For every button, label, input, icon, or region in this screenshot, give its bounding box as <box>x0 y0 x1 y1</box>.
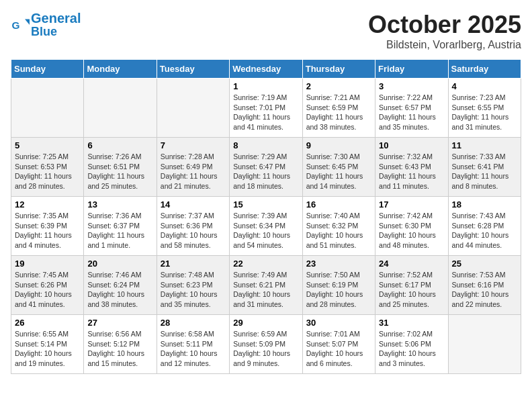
day-number: 9 <box>306 140 371 150</box>
calendar-cell: 30Sunrise: 7:01 AMSunset: 5:07 PMDayligh… <box>302 315 375 374</box>
calendar-header: SundayMondayTuesdayWednesdayThursdayFrid… <box>11 60 521 79</box>
day-info: Sunrise: 6:55 AMSunset: 5:14 PMDaylight:… <box>15 329 80 369</box>
day-info: Sunrise: 7:23 AMSunset: 6:55 PMDaylight:… <box>452 93 517 132</box>
calendar-cell: 21Sunrise: 7:48 AMSunset: 6:23 PMDayligh… <box>157 256 229 315</box>
calendar-cell: 10Sunrise: 7:32 AMSunset: 6:43 PMDayligh… <box>375 138 448 197</box>
day-info: Sunrise: 7:35 AMSunset: 6:39 PMDaylight:… <box>15 211 80 250</box>
day-info: Sunrise: 7:52 AMSunset: 6:17 PMDaylight:… <box>379 270 444 310</box>
day-number: 3 <box>379 81 444 91</box>
day-number: 18 <box>452 199 517 210</box>
day-number: 5 <box>15 140 80 150</box>
calendar-cell: 16Sunrise: 7:40 AMSunset: 6:32 PMDayligh… <box>302 197 375 256</box>
day-info: Sunrise: 7:29 AMSunset: 6:47 PMDaylight:… <box>233 152 298 191</box>
calendar-cell: 1Sunrise: 7:19 AMSunset: 7:01 PMDaylight… <box>230 79 302 138</box>
day-info: Sunrise: 6:59 AMSunset: 5:09 PMDaylight:… <box>233 329 298 369</box>
day-info: Sunrise: 7:50 AMSunset: 6:19 PMDaylight:… <box>306 270 371 310</box>
day-number: 22 <box>233 259 298 269</box>
calendar-cell: 31Sunrise: 7:02 AMSunset: 5:06 PMDayligh… <box>375 315 448 374</box>
location: Bildstein, Vorarlberg, Austria <box>368 39 521 51</box>
day-number: 28 <box>161 318 226 328</box>
day-info: Sunrise: 7:43 AMSunset: 6:28 PMDaylight:… <box>452 211 517 250</box>
calendar-cell: 19Sunrise: 7:45 AMSunset: 6:26 PMDayligh… <box>11 256 84 315</box>
day-info: Sunrise: 7:46 AMSunset: 6:24 PMDaylight:… <box>87 270 152 310</box>
day-info: Sunrise: 7:36 AMSunset: 6:37 PMDaylight:… <box>87 211 152 250</box>
day-info: Sunrise: 7:40 AMSunset: 6:32 PMDaylight:… <box>306 211 371 250</box>
calendar-cell: 5Sunrise: 7:25 AMSunset: 6:53 PMDaylight… <box>11 138 84 197</box>
day-info: Sunrise: 7:33 AMSunset: 6:41 PMDaylight:… <box>452 152 517 191</box>
day-number: 15 <box>233 199 298 210</box>
day-info: Sunrise: 7:53 AMSunset: 6:16 PMDaylight:… <box>452 270 517 310</box>
svg-marker-1 <box>25 19 30 24</box>
day-number: 11 <box>452 140 517 150</box>
day-number: 10 <box>379 140 444 150</box>
day-number: 13 <box>87 199 152 210</box>
calendar-cell: 18Sunrise: 7:43 AMSunset: 6:28 PMDayligh… <box>448 197 521 256</box>
logo-blue: Blue <box>31 26 81 39</box>
day-number: 26 <box>15 318 80 328</box>
day-number: 2 <box>306 81 371 91</box>
calendar-cell: 15Sunrise: 7:39 AMSunset: 6:34 PMDayligh… <box>230 197 302 256</box>
logo: G General Blue <box>11 11 81 39</box>
day-info: Sunrise: 7:39 AMSunset: 6:34 PMDaylight:… <box>233 211 298 250</box>
calendar-cell: 17Sunrise: 7:42 AMSunset: 6:30 PMDayligh… <box>375 197 448 256</box>
calendar-cell: 24Sunrise: 7:52 AMSunset: 6:17 PMDayligh… <box>375 256 448 315</box>
calendar-cell: 27Sunrise: 6:56 AMSunset: 5:12 PMDayligh… <box>84 315 157 374</box>
day-number: 24 <box>379 259 444 269</box>
month-title: October 2025 <box>368 11 521 39</box>
weekday-header-tuesday: Tuesday <box>157 60 229 79</box>
day-info: Sunrise: 7:37 AMSunset: 6:36 PMDaylight:… <box>161 211 226 250</box>
svg-text:G: G <box>11 19 19 30</box>
day-info: Sunrise: 7:22 AMSunset: 6:57 PMDaylight:… <box>379 93 444 132</box>
day-info: Sunrise: 7:02 AMSunset: 5:06 PMDaylight:… <box>379 329 444 369</box>
calendar-cell: 9Sunrise: 7:30 AMSunset: 6:45 PMDaylight… <box>302 138 375 197</box>
page-header: G General Blue October 2025 Bildstein, V… <box>11 11 521 51</box>
calendar-cell: 6Sunrise: 7:26 AMSunset: 6:51 PMDaylight… <box>84 138 157 197</box>
day-info: Sunrise: 6:56 AMSunset: 5:12 PMDaylight:… <box>87 329 152 369</box>
calendar-cell: 7Sunrise: 7:28 AMSunset: 6:49 PMDaylight… <box>157 138 229 197</box>
weekday-header-sunday: Sunday <box>11 60 84 79</box>
day-number: 1 <box>233 81 298 91</box>
day-info: Sunrise: 7:48 AMSunset: 6:23 PMDaylight:… <box>161 270 226 310</box>
day-number: 19 <box>15 259 80 269</box>
day-number: 16 <box>306 199 371 210</box>
day-number: 30 <box>306 318 371 328</box>
day-number: 4 <box>452 81 517 91</box>
day-info: Sunrise: 7:01 AMSunset: 5:07 PMDaylight:… <box>306 329 371 369</box>
day-number: 20 <box>87 259 152 269</box>
calendar-cell <box>157 79 229 138</box>
day-number: 14 <box>161 199 226 210</box>
day-info: Sunrise: 6:58 AMSunset: 5:11 PMDaylight:… <box>161 329 226 369</box>
day-number: 23 <box>306 259 371 269</box>
day-number: 8 <box>233 140 298 150</box>
title-block: October 2025 Bildstein, Vorarlberg, Aust… <box>368 11 521 51</box>
calendar-cell: 14Sunrise: 7:37 AMSunset: 6:36 PMDayligh… <box>157 197 229 256</box>
calendar-cell: 23Sunrise: 7:50 AMSunset: 6:19 PMDayligh… <box>302 256 375 315</box>
calendar-cell: 22Sunrise: 7:49 AMSunset: 6:21 PMDayligh… <box>230 256 302 315</box>
weekday-header-wednesday: Wednesday <box>230 60 302 79</box>
day-info: Sunrise: 7:42 AMSunset: 6:30 PMDaylight:… <box>379 211 444 250</box>
calendar-cell <box>11 79 84 138</box>
weekday-header-thursday: Thursday <box>302 60 375 79</box>
day-info: Sunrise: 7:21 AMSunset: 6:59 PMDaylight:… <box>306 93 371 132</box>
weekday-header-monday: Monday <box>84 60 157 79</box>
logo-general: General <box>31 11 81 26</box>
day-info: Sunrise: 7:32 AMSunset: 6:43 PMDaylight:… <box>379 152 444 191</box>
weekday-header-friday: Friday <box>375 60 448 79</box>
calendar-cell: 3Sunrise: 7:22 AMSunset: 6:57 PMDaylight… <box>375 79 448 138</box>
weekday-header-saturday: Saturday <box>448 60 521 79</box>
logo-icon: G <box>11 15 30 34</box>
day-number: 6 <box>87 140 152 150</box>
day-info: Sunrise: 7:30 AMSunset: 6:45 PMDaylight:… <box>306 152 371 191</box>
calendar-cell: 29Sunrise: 6:59 AMSunset: 5:09 PMDayligh… <box>230 315 302 374</box>
calendar-cell: 4Sunrise: 7:23 AMSunset: 6:55 PMDaylight… <box>448 79 521 138</box>
calendar-cell: 13Sunrise: 7:36 AMSunset: 6:37 PMDayligh… <box>84 197 157 256</box>
calendar-cell: 8Sunrise: 7:29 AMSunset: 6:47 PMDaylight… <box>230 138 302 197</box>
day-number: 12 <box>15 199 80 210</box>
day-info: Sunrise: 7:26 AMSunset: 6:51 PMDaylight:… <box>87 152 152 191</box>
calendar-cell: 25Sunrise: 7:53 AMSunset: 6:16 PMDayligh… <box>448 256 521 315</box>
day-info: Sunrise: 7:25 AMSunset: 6:53 PMDaylight:… <box>15 152 80 191</box>
day-number: 17 <box>379 199 444 210</box>
day-number: 31 <box>379 318 444 328</box>
calendar-cell: 28Sunrise: 6:58 AMSunset: 5:11 PMDayligh… <box>157 315 229 374</box>
calendar-cell: 26Sunrise: 6:55 AMSunset: 5:14 PMDayligh… <box>11 315 84 374</box>
